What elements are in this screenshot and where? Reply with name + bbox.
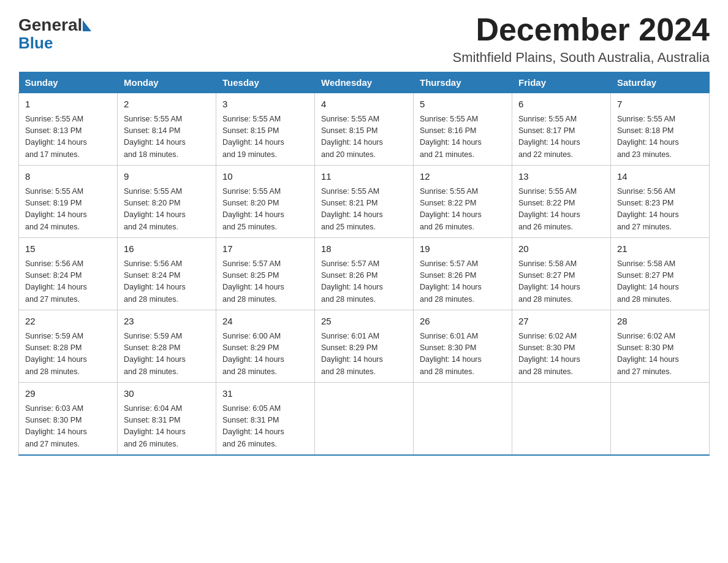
weekday-header-row: SundayMondayTuesdayWednesdayThursdayFrid… bbox=[19, 72, 710, 93]
calendar-cell: 7Sunrise: 5:55 AMSunset: 8:18 PMDaylight… bbox=[611, 93, 710, 166]
day-info: Sunrise: 5:55 AMSunset: 8:13 PMDaylight:… bbox=[25, 113, 111, 161]
calendar-cell: 24Sunrise: 6:00 AMSunset: 8:29 PMDayligh… bbox=[216, 310, 315, 383]
calendar-cell: 6Sunrise: 5:55 AMSunset: 8:17 PMDaylight… bbox=[512, 93, 611, 166]
day-number: 8 bbox=[25, 170, 111, 184]
calendar-cell: 4Sunrise: 5:55 AMSunset: 8:15 PMDaylight… bbox=[315, 93, 414, 166]
calendar-cell: 29Sunrise: 6:03 AMSunset: 8:30 PMDayligh… bbox=[19, 383, 118, 456]
calendar-cell: 16Sunrise: 5:56 AMSunset: 8:24 PMDayligh… bbox=[118, 238, 216, 310]
logo: General Blue bbox=[18, 12, 91, 51]
day-number: 30 bbox=[124, 387, 210, 401]
day-number: 12 bbox=[420, 170, 506, 184]
calendar-cell: 5Sunrise: 5:55 AMSunset: 8:16 PMDaylight… bbox=[414, 93, 512, 166]
day-info: Sunrise: 5:57 AMSunset: 8:25 PMDaylight:… bbox=[222, 258, 308, 306]
day-info: Sunrise: 6:01 AMSunset: 8:30 PMDaylight:… bbox=[420, 331, 506, 378]
calendar-week-row: 15Sunrise: 5:56 AMSunset: 8:24 PMDayligh… bbox=[19, 238, 710, 310]
day-info: Sunrise: 5:57 AMSunset: 8:26 PMDaylight:… bbox=[321, 258, 407, 306]
weekday-header-tuesday: Tuesday bbox=[216, 72, 315, 93]
day-info: Sunrise: 6:05 AMSunset: 8:31 PMDaylight:… bbox=[222, 403, 308, 451]
day-info: Sunrise: 5:55 AMSunset: 8:21 PMDaylight:… bbox=[321, 186, 407, 234]
calendar-week-row: 1Sunrise: 5:55 AMSunset: 8:13 PMDaylight… bbox=[19, 93, 710, 166]
weekday-header-wednesday: Wednesday bbox=[315, 72, 414, 93]
day-number: 19 bbox=[420, 242, 506, 256]
calendar-cell bbox=[512, 383, 611, 456]
day-info: Sunrise: 6:03 AMSunset: 8:30 PMDaylight:… bbox=[25, 403, 111, 451]
calendar-cell: 23Sunrise: 5:59 AMSunset: 8:28 PMDayligh… bbox=[118, 310, 216, 383]
logo-arrow-icon bbox=[83, 20, 91, 31]
calendar-cell bbox=[611, 383, 710, 456]
weekday-header-saturday: Saturday bbox=[611, 72, 710, 93]
title-section: December 2024 Smithfield Plains, South A… bbox=[453, 12, 710, 66]
calendar-cell: 28Sunrise: 6:02 AMSunset: 8:30 PMDayligh… bbox=[611, 310, 710, 383]
calendar-cell: 17Sunrise: 5:57 AMSunset: 8:25 PMDayligh… bbox=[216, 238, 315, 310]
day-info: Sunrise: 6:01 AMSunset: 8:29 PMDaylight:… bbox=[321, 331, 407, 378]
day-number: 24 bbox=[222, 315, 308, 329]
location-title: Smithfield Plains, South Australia, Aust… bbox=[453, 50, 710, 66]
day-info: Sunrise: 5:55 AMSunset: 8:20 PMDaylight:… bbox=[124, 186, 210, 234]
day-number: 4 bbox=[321, 98, 407, 112]
calendar-cell: 1Sunrise: 5:55 AMSunset: 8:13 PMDaylight… bbox=[19, 93, 118, 166]
day-number: 27 bbox=[518, 315, 604, 329]
weekday-header-friday: Friday bbox=[512, 72, 611, 93]
day-info: Sunrise: 5:55 AMSunset: 8:22 PMDaylight:… bbox=[420, 186, 506, 234]
day-number: 28 bbox=[617, 315, 703, 329]
calendar-cell bbox=[414, 383, 512, 456]
calendar-cell: 30Sunrise: 6:04 AMSunset: 8:31 PMDayligh… bbox=[118, 383, 216, 456]
page-header: General Blue December 2024 Smithfield Pl… bbox=[18, 12, 710, 66]
day-number: 2 bbox=[124, 98, 210, 112]
calendar-cell: 8Sunrise: 5:55 AMSunset: 8:19 PMDaylight… bbox=[19, 166, 118, 238]
day-number: 29 bbox=[25, 387, 111, 401]
day-info: Sunrise: 5:55 AMSunset: 8:15 PMDaylight:… bbox=[222, 113, 308, 161]
day-number: 1 bbox=[25, 98, 111, 112]
day-number: 17 bbox=[222, 242, 308, 256]
calendar-cell: 2Sunrise: 5:55 AMSunset: 8:14 PMDaylight… bbox=[118, 93, 216, 166]
day-number: 21 bbox=[617, 242, 703, 256]
day-info: Sunrise: 5:59 AMSunset: 8:28 PMDaylight:… bbox=[124, 331, 210, 378]
calendar-cell: 12Sunrise: 5:55 AMSunset: 8:22 PMDayligh… bbox=[414, 166, 512, 238]
day-info: Sunrise: 5:56 AMSunset: 8:24 PMDaylight:… bbox=[25, 258, 111, 306]
month-title: December 2024 bbox=[453, 12, 710, 47]
day-info: Sunrise: 5:56 AMSunset: 8:24 PMDaylight:… bbox=[124, 258, 210, 306]
day-number: 16 bbox=[124, 242, 210, 256]
calendar-week-row: 22Sunrise: 5:59 AMSunset: 8:28 PMDayligh… bbox=[19, 310, 710, 383]
day-number: 7 bbox=[617, 98, 703, 112]
day-info: Sunrise: 6:00 AMSunset: 8:29 PMDaylight:… bbox=[222, 331, 308, 378]
day-number: 5 bbox=[420, 98, 506, 112]
calendar-cell: 20Sunrise: 5:58 AMSunset: 8:27 PMDayligh… bbox=[512, 238, 611, 310]
calendar-cell bbox=[315, 383, 414, 456]
weekday-header-sunday: Sunday bbox=[19, 72, 118, 93]
day-info: Sunrise: 6:02 AMSunset: 8:30 PMDaylight:… bbox=[617, 331, 703, 378]
day-info: Sunrise: 5:56 AMSunset: 8:23 PMDaylight:… bbox=[617, 186, 703, 234]
day-number: 22 bbox=[25, 315, 111, 329]
day-number: 20 bbox=[518, 242, 604, 256]
calendar-cell: 14Sunrise: 5:56 AMSunset: 8:23 PMDayligh… bbox=[611, 166, 710, 238]
day-info: Sunrise: 6:04 AMSunset: 8:31 PMDaylight:… bbox=[124, 403, 210, 451]
calendar-cell: 22Sunrise: 5:59 AMSunset: 8:28 PMDayligh… bbox=[19, 310, 118, 383]
calendar-cell: 3Sunrise: 5:55 AMSunset: 8:15 PMDaylight… bbox=[216, 93, 315, 166]
calendar-cell: 21Sunrise: 5:58 AMSunset: 8:27 PMDayligh… bbox=[611, 238, 710, 310]
calendar-cell: 19Sunrise: 5:57 AMSunset: 8:26 PMDayligh… bbox=[414, 238, 512, 310]
day-number: 15 bbox=[25, 242, 111, 256]
day-number: 31 bbox=[222, 387, 308, 401]
calendar-cell: 13Sunrise: 5:55 AMSunset: 8:22 PMDayligh… bbox=[512, 166, 611, 238]
day-info: Sunrise: 5:55 AMSunset: 8:22 PMDaylight:… bbox=[518, 186, 604, 234]
day-info: Sunrise: 5:55 AMSunset: 8:14 PMDaylight:… bbox=[124, 113, 210, 161]
day-info: Sunrise: 5:55 AMSunset: 8:16 PMDaylight:… bbox=[420, 113, 506, 161]
calendar-table: SundayMondayTuesdayWednesdayThursdayFrid… bbox=[18, 72, 710, 456]
calendar-week-row: 29Sunrise: 6:03 AMSunset: 8:30 PMDayligh… bbox=[19, 383, 710, 456]
day-number: 6 bbox=[518, 98, 604, 112]
calendar-cell: 10Sunrise: 5:55 AMSunset: 8:20 PMDayligh… bbox=[216, 166, 315, 238]
day-number: 10 bbox=[222, 170, 308, 184]
day-info: Sunrise: 5:59 AMSunset: 8:28 PMDaylight:… bbox=[25, 331, 111, 378]
day-number: 26 bbox=[420, 315, 506, 329]
weekday-header-monday: Monday bbox=[118, 72, 216, 93]
day-number: 13 bbox=[518, 170, 604, 184]
day-info: Sunrise: 5:58 AMSunset: 8:27 PMDaylight:… bbox=[518, 258, 604, 306]
day-number: 23 bbox=[124, 315, 210, 329]
day-number: 11 bbox=[321, 170, 407, 184]
calendar-week-row: 8Sunrise: 5:55 AMSunset: 8:19 PMDaylight… bbox=[19, 166, 710, 238]
day-info: Sunrise: 5:55 AMSunset: 8:20 PMDaylight:… bbox=[222, 186, 308, 234]
logo-blue-text: Blue bbox=[18, 35, 53, 51]
calendar-cell: 26Sunrise: 6:01 AMSunset: 8:30 PMDayligh… bbox=[414, 310, 512, 383]
day-number: 3 bbox=[222, 98, 308, 112]
day-info: Sunrise: 5:55 AMSunset: 8:18 PMDaylight:… bbox=[617, 113, 703, 161]
